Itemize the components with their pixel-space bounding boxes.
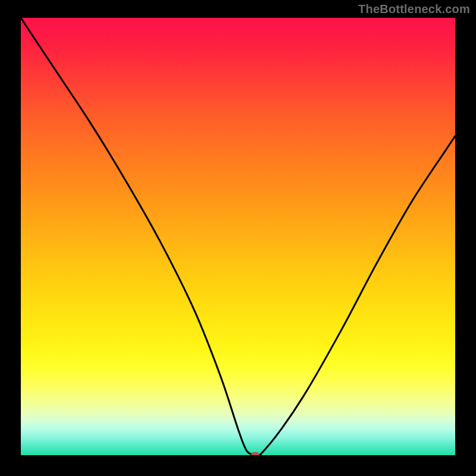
watermark-text: TheBottleneck.com — [358, 2, 470, 16]
bottleneck-curve — [21, 18, 455, 455]
plot-area — [21, 18, 455, 455]
optimal-point-marker — [251, 452, 259, 455]
chart-frame: TheBottleneck.com — [0, 0, 476, 476]
